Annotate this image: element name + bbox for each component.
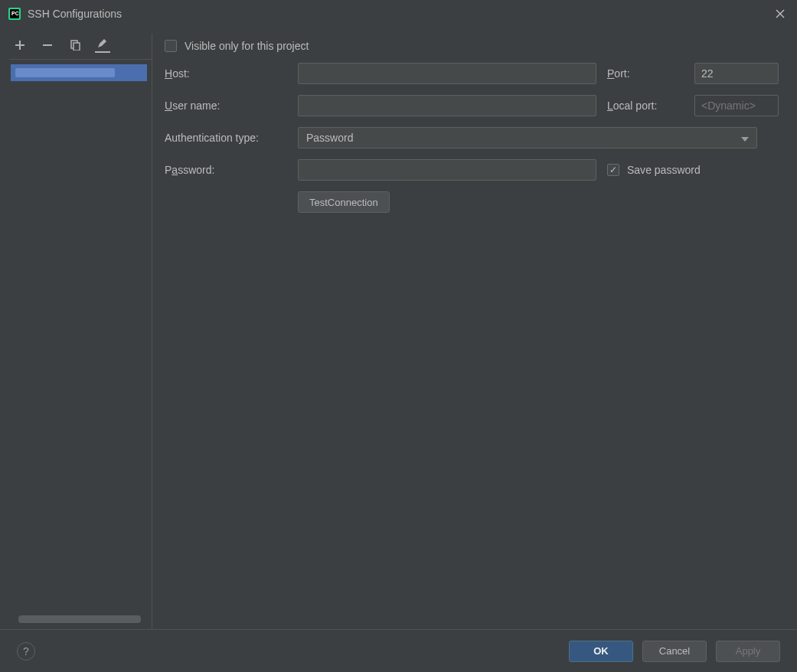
checkbox-box-icon <box>165 40 177 52</box>
remove-button[interactable] <box>40 38 55 53</box>
test-connection-button[interactable]: Test Connection <box>298 191 390 213</box>
host-label: Host: <box>165 67 287 80</box>
svg-marker-10 <box>98 39 106 47</box>
port-label: Port: <box>607 67 684 80</box>
copy-icon <box>70 40 80 51</box>
password-label: Password: <box>165 164 287 176</box>
copy-button[interactable] <box>67 38 83 53</box>
chevron-down-icon <box>741 132 749 144</box>
localport-input[interactable] <box>694 95 779 116</box>
svg-text:PC: PC <box>11 11 19 16</box>
localport-label: Local port: <box>607 99 684 112</box>
window-title: SSH Configurations <box>28 8 122 20</box>
apply-button[interactable]: Apply <box>716 641 780 662</box>
port-input[interactable] <box>694 63 779 84</box>
pencil-icon <box>97 39 108 48</box>
titlebar: PC SSH Configurations <box>0 0 797 28</box>
minus-icon <box>42 40 53 51</box>
host-input[interactable] <box>298 63 596 84</box>
password-input[interactable] <box>298 159 596 181</box>
list-item[interactable] <box>11 64 147 81</box>
list-item-label <box>15 68 115 77</box>
edit-button[interactable] <box>95 38 110 53</box>
svg-rect-9 <box>73 43 80 51</box>
ok-button[interactable]: OK <box>569 641 633 662</box>
app-icon: PC <box>8 7 21 21</box>
sidebar-toolbar <box>9 34 152 60</box>
cancel-button[interactable]: Cancel <box>642 641 707 662</box>
checkbox-box-icon <box>607 164 619 176</box>
sidebar <box>0 34 152 629</box>
authtype-select[interactable]: Password <box>298 127 757 148</box>
close-icon <box>776 9 785 18</box>
plus-icon <box>15 40 25 51</box>
svg-marker-11 <box>741 137 749 142</box>
username-label: User name: <box>165 99 287 112</box>
footer: ? OK Cancel Apply <box>0 629 797 672</box>
authtype-label: Authentication type: <box>165 132 287 144</box>
horizontal-scrollbar[interactable] <box>18 615 141 623</box>
save-password-checkbox[interactable]: Save password <box>607 164 760 176</box>
config-form: Visible only for this project Host: Port… <box>152 34 797 629</box>
authtype-value: Password <box>306 132 353 144</box>
visible-only-label: Visible only for this project <box>185 40 309 52</box>
close-button[interactable] <box>771 5 789 23</box>
help-icon: ? <box>23 645 29 657</box>
help-button[interactable]: ? <box>17 642 35 661</box>
visible-only-checkbox[interactable]: Visible only for this project <box>165 40 779 52</box>
main: Visible only for this project Host: Port… <box>0 28 797 629</box>
save-password-label: Save password <box>627 164 701 176</box>
add-button[interactable] <box>12 38 28 53</box>
config-list[interactable] <box>11 64 152 629</box>
username-input[interactable] <box>298 95 596 116</box>
